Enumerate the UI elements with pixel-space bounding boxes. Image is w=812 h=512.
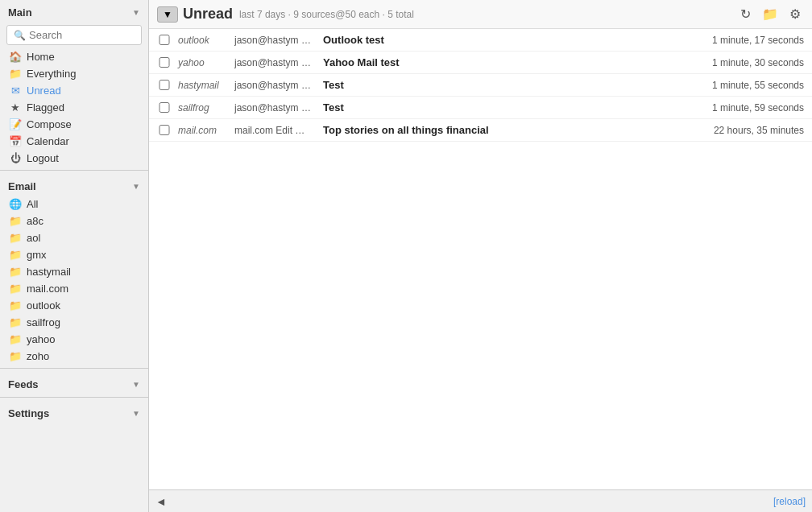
sidebar-item-label: Compose [27, 118, 72, 130]
email-section-label: Email [8, 180, 36, 192]
message-source: sailfrog [178, 102, 234, 114]
settings-section-header[interactable]: Settings ▼ [0, 401, 148, 423]
sidebar-item-compose[interactable]: 📝 Compose [0, 116, 148, 133]
sidebar-item-everything[interactable]: 📁 Everything [0, 65, 148, 82]
message-subject: Outlook test [323, 34, 675, 46]
message-sender: jason@hastym … [234, 57, 323, 68]
folder-icon: 📁 [8, 232, 23, 244]
message-source: mail.com [178, 125, 234, 136]
message-checkbox[interactable] [157, 57, 172, 68]
message-subject: Top stories on all things financial [323, 124, 675, 136]
sidebar-item-label: yahoo [27, 333, 55, 345]
message-row[interactable]: outlook jason@hastym … Outlook test 1 mi… [149, 29, 812, 52]
sidebar: Main ▼ 🔍 🏠 Home 📁 Everything ✉ Unread ★ … [0, 0, 149, 512]
sidebar-item-a8c[interactable]: 📁 a8c [0, 213, 148, 229]
message-subject: Yahoo Mail test [323, 56, 675, 68]
logout-icon: ⏻ [8, 152, 23, 164]
folder-icon: 📁 [8, 299, 23, 312]
globe-icon: 🌐 [8, 198, 23, 210]
sidebar-item-mailcom[interactable]: 📁 mail.com [0, 280, 148, 297]
message-sender: jason@hastym … [234, 35, 323, 46]
refresh-button[interactable]: ↻ [737, 5, 754, 23]
sidebar-item-hastymail[interactable]: 📁 hastymail [0, 263, 148, 280]
folder-button[interactable]: 📁 [759, 5, 781, 23]
sidebar-item-label: aol [27, 232, 40, 244]
feeds-section-label: Feeds [8, 378, 39, 390]
main-nav: 🏠 Home 📁 Everything ✉ Unread ★ Flagged 📝… [0, 48, 148, 167]
settings-section-arrow: ▼ [132, 409, 140, 418]
message-source: outlook [178, 35, 234, 46]
back-arrow-button[interactable]: ◄ [155, 495, 167, 508]
message-checkbox[interactable] [157, 35, 172, 45]
feeds-section-header[interactable]: Feeds ▼ [0, 372, 148, 394]
folder-icon: 📁 [8, 350, 23, 362]
sidebar-item-aol[interactable]: 📁 aol [0, 229, 148, 246]
sidebar-item-unread[interactable]: ✉ Unread [0, 82, 148, 99]
mail-icon: ✉ [8, 85, 23, 97]
divider-email [0, 170, 148, 171]
sidebar-item-label: hastymail [27, 266, 71, 278]
message-subject: Test [323, 101, 675, 114]
feeds-section-arrow: ▼ [132, 380, 140, 389]
main-section-arrow: ▼ [132, 8, 140, 17]
folder-icon: 📁 [8, 283, 23, 295]
sidebar-item-label: Unread [27, 85, 61, 97]
message-row[interactable]: yahoo jason@hastym … Yahoo Mail test 1 m… [149, 52, 812, 74]
sidebar-item-outlook[interactable]: 📁 outlook [0, 297, 148, 314]
message-row[interactable]: sailfrog jason@hastym … Test 1 minute, 5… [149, 97, 812, 119]
reload-button[interactable]: [reload] [773, 496, 806, 507]
message-source: hastymail [178, 80, 234, 91]
message-row[interactable]: mail.com mail.com Edit … Top stories on … [149, 119, 812, 142]
sidebar-item-sailfrog[interactable]: 📁 sailfrog [0, 314, 148, 331]
search-icon: 🔍 [14, 30, 26, 41]
folder-icon: 📁 [8, 333, 23, 345]
message-checkbox[interactable] [157, 102, 172, 113]
message-checkbox[interactable] [157, 125, 172, 135]
sidebar-item-label: mail.com [27, 283, 68, 295]
divider-settings [0, 397, 148, 398]
sidebar-item-label: Everything [27, 68, 76, 80]
sidebar-item-calendar[interactable]: 📅 Calendar [0, 133, 148, 150]
message-sender: mail.com Edit … [234, 125, 323, 136]
sidebar-item-label: Calendar [27, 135, 69, 147]
sidebar-item-yahoo[interactable]: 📁 yahoo [0, 331, 148, 348]
divider-feeds [0, 368, 148, 369]
sidebar-item-home[interactable]: 🏠 Home [0, 48, 148, 65]
sidebar-item-logout[interactable]: ⏻ Logout [0, 150, 148, 167]
email-section-arrow: ▼ [132, 182, 140, 191]
sidebar-item-label: zoho [27, 350, 49, 362]
main-content: ▼ Unread last 7 days · 9 sources@50 each… [149, 0, 812, 512]
sidebar-item-all[interactable]: 🌐 All [0, 196, 148, 213]
page-title: Unread [183, 6, 233, 23]
message-checkbox[interactable] [157, 80, 172, 90]
sidebar-item-label: Flagged [27, 101, 64, 114]
search-input[interactable] [29, 29, 135, 41]
message-time: 1 minute, 59 seconds [675, 102, 804, 114]
topbar: ▼ Unread last 7 days · 9 sources@50 each… [149, 0, 812, 29]
sidebar-item-label: Home [27, 51, 55, 63]
bottom-bar: ◄ [reload] [149, 489, 812, 512]
message-subject: Test [323, 79, 675, 91]
dropdown-button[interactable]: ▼ [157, 6, 178, 23]
settings-button[interactable]: ⚙ [786, 5, 804, 23]
main-section-header[interactable]: Main ▼ [0, 0, 148, 22]
folder-icon: 📁 [8, 249, 23, 261]
folder-icon: 📁 [8, 68, 23, 80]
message-time: 1 minute, 55 seconds [675, 80, 804, 91]
email-nav: 🌐 All 📁 a8c 📁 aol 📁 gmx 📁 hastymail 📁 ma… [0, 196, 148, 365]
sidebar-item-gmx[interactable]: 📁 gmx [0, 246, 148, 263]
sidebar-item-flagged[interactable]: ★ Flagged [0, 99, 148, 116]
star-icon: ★ [8, 101, 23, 114]
folder-icon: 📁 [8, 316, 23, 328]
message-row[interactable]: hastymail jason@hastym … Test 1 minute, … [149, 74, 812, 97]
message-time: 1 minute, 30 seconds [675, 57, 804, 68]
settings-section-label: Settings [8, 407, 49, 419]
message-time: 1 minute, 17 seconds [675, 35, 804, 46]
sidebar-item-label: Logout [27, 152, 59, 164]
sidebar-item-zoho[interactable]: 📁 zoho [0, 348, 148, 365]
compose-icon: 📝 [8, 118, 23, 130]
email-section-header[interactable]: Email ▼ [0, 174, 148, 196]
search-bar[interactable]: 🔍 [6, 25, 142, 45]
sidebar-item-label: sailfrog [27, 316, 60, 328]
message-sender: jason@hastym … [234, 80, 323, 91]
